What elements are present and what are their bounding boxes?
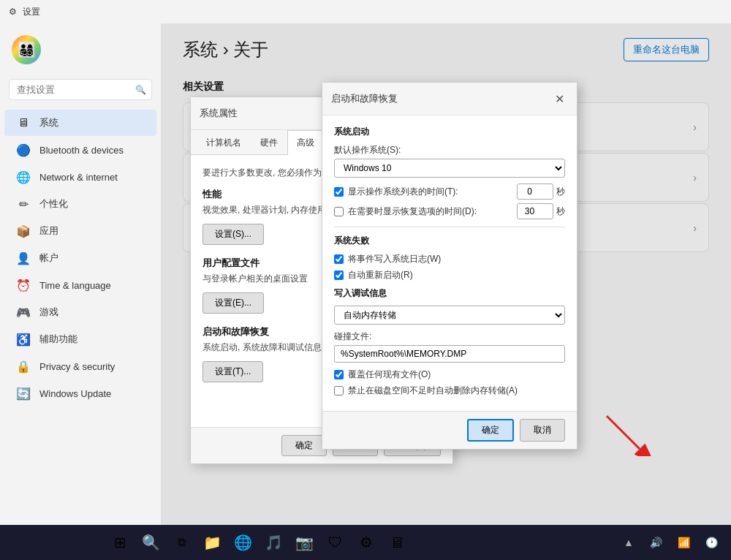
sysprop-tab-computer-name[interactable]: 计算机名 [197, 130, 251, 155]
sidebar-icon-bluetooth: 🔵 [16, 143, 31, 157]
startup-dialog-body: 系统启动 默认操作系统(S): Windows 10 显示操作系统列表的时间(T… [322, 116, 577, 411]
sidebar-icon-time: ⏰ [16, 278, 31, 292]
sidebar-item-system[interactable]: 🖥 系统 [4, 110, 156, 136]
dump-file-input[interactable] [334, 345, 565, 363]
startup-cancel-button[interactable]: 取消 [520, 419, 565, 442]
taskbar-settings-button[interactable]: ⚙ [353, 529, 379, 556]
sidebar-item-gaming[interactable]: 🎮 游戏 [4, 299, 156, 325]
taskbar-explorer-button[interactable]: 📁 [200, 529, 226, 556]
sysprop-dialog-title: 系统属性 [200, 107, 238, 120]
startup-ok-button[interactable]: 确定 [467, 419, 514, 442]
sidebar-item-privacy[interactable]: 🔒 Privacy & security [4, 353, 156, 379]
startup-dialog-title: 启动和故障恢复 [331, 92, 398, 105]
startup-recovery-settings-button[interactable]: 设置(T)... [202, 361, 263, 382]
taskbar-edge-button[interactable]: 🌐 [230, 529, 257, 556]
write-event-log-checkbox[interactable] [334, 254, 344, 264]
show-recovery-time-unit: 秒 [556, 205, 565, 218]
sidebar-icon-network: 🌐 [16, 170, 31, 184]
sidebar-label-system: 系统 [39, 116, 58, 129]
sidebar-item-accounts[interactable]: 👤 帐户 [4, 245, 156, 271]
default-os-select[interactable]: Windows 10 [334, 159, 565, 178]
sidebar-icon-windows_update: 🔄 [16, 386, 31, 401]
taskbar-monitor-button[interactable]: 🖥 [384, 529, 410, 556]
taskbar-center: ⊞ 🔍 ⧉ 📁 🌐 🎵 📷 🛡 ⚙ 🖥 [107, 529, 410, 556]
sidebar-item-time[interactable]: ⏰ Time & language [4, 272, 156, 298]
sidebar-item-personalization[interactable]: ✏ 个性化 [4, 191, 156, 217]
show-list-time-input[interactable] [517, 183, 553, 200]
dump-file-label: 碰撞文件: [334, 330, 565, 343]
default-os-group: 默认操作系统(S): Windows 10 [334, 144, 565, 178]
show-recovery-time-input[interactable] [517, 203, 553, 219]
system-failure-header: 系统失败 [334, 235, 565, 247]
system-startup-header: 系统启动 [334, 126, 565, 138]
avatar: 👨‍👩‍👧‍👦 [12, 35, 41, 64]
taskbar-security-button[interactable]: 🛡 [322, 529, 349, 556]
show-recovery-checkbox[interactable] [334, 207, 344, 216]
taskbar-task-view-button[interactable]: ⧉ [169, 529, 195, 556]
sidebar-label-accessibility: 辅助功能 [39, 333, 77, 346]
sidebar-item-bluetooth[interactable]: 🔵 Bluetooth & devices [4, 137, 156, 163]
sidebar-item-windows_update[interactable]: 🔄 Windows Update [4, 380, 156, 406]
taskbar-right-icons: ▲ 🔊 📶 🕐 [616, 529, 725, 556]
show-list-checkbox[interactable] [334, 187, 344, 197]
sidebar-label-privacy: Privacy & security [39, 361, 115, 372]
sysprop-ok-button[interactable]: 确定 [281, 435, 327, 456]
sidebar-item-apps[interactable]: 📦 应用 [4, 218, 156, 244]
sidebar-label-personalization: 个性化 [39, 197, 68, 211]
taskbar-system-tray[interactable]: ▲ [616, 529, 642, 556]
show-list-row: 显示操作系统列表的时间(T): 秒 [334, 183, 565, 200]
debug-info-header: 写入调试信息 [334, 287, 565, 300]
startup-dialog-titlebar: 启动和故障恢复 ✕ [322, 83, 577, 116]
sidebar-label-network: Network & internet [39, 172, 118, 183]
performance-settings-button[interactable]: 设置(S)... [202, 224, 264, 245]
sidebar-item-network[interactable]: 🌐 Network & internet [4, 164, 156, 190]
disable-low-space-checkbox[interactable] [334, 386, 344, 396]
sidebar-icon-privacy: 🔒 [16, 359, 31, 374]
disable-low-space-label: 禁止在磁盘空间不足时自动删除内存转储(A) [348, 385, 518, 397]
sidebar-label-windows_update: Windows Update [39, 388, 111, 399]
write-event-log-label: 将事件写入系统日志(W) [348, 253, 441, 265]
startup-dialog-footer: 确定 取消 [322, 411, 577, 449]
sidebar-icon-accessibility: ♿ [16, 332, 31, 347]
sidebar-icon-apps: 📦 [16, 224, 31, 238]
show-list-label: 显示操作系统列表的时间(T): [348, 186, 458, 198]
sysprop-tab-hardware[interactable]: 硬件 [251, 130, 287, 155]
show-recovery-label: 在需要时显示恢复选项的时间(D): [348, 205, 477, 218]
overwrite-row: 覆盖任何现有文件(O) [334, 368, 565, 381]
sysprop-tab-advanced[interactable]: 高级 [287, 130, 324, 155]
debug-info-select[interactable]: 自动内存转储 [334, 306, 565, 325]
sidebar-label-apps: 应用 [39, 224, 58, 238]
overwrite-label: 覆盖任何现有文件(O) [348, 368, 431, 381]
sidebar-label-accounts: 帐户 [39, 251, 58, 265]
taskbar-volume-icon[interactable]: 🔊 [643, 529, 670, 556]
app-title: 设置 [23, 6, 40, 18]
taskbar-windows-button[interactable]: ⊞ [107, 529, 134, 556]
taskbar-time-display[interactable]: 🕐 [699, 529, 725, 556]
show-list-time-unit: 秒 [556, 186, 565, 198]
search-container: 🔍 [9, 79, 152, 100]
overwrite-checkbox[interactable] [334, 370, 344, 379]
titlebar: ⚙ 设置 [0, 0, 731, 23]
content-area: 系统 › 关于 重命名这台电脑 相关设置 🔑 产品密钥和激活 更改产品密钥或升级… [161, 23, 731, 525]
sidebar-icon-personalization: ✏ [16, 197, 31, 211]
taskbar-search-button[interactable]: 🔍 [138, 529, 164, 556]
search-input[interactable] [9, 79, 152, 100]
taskbar-spotify-button[interactable]: 🎵 [261, 529, 287, 556]
sidebar-item-accessibility[interactable]: ♿ 辅助功能 [4, 326, 156, 352]
sidebar: 👨‍👩‍👧‍👦 🔍 🖥 系统 🔵 Bluetooth & devices 🌐 N… [0, 23, 161, 525]
user-avatar-area: 👨‍👩‍👧‍👦 [0, 29, 161, 76]
disable-low-space-row: 禁止在磁盘空间不足时自动删除内存转储(A) [334, 385, 565, 397]
taskbar-wifi-icon[interactable]: 📶 [671, 529, 697, 556]
section-divider-1 [334, 227, 565, 227]
taskbar-camera-button[interactable]: 📷 [292, 529, 318, 556]
sidebar-icon-system: 🖥 [16, 116, 31, 130]
dump-file-group: 碰撞文件: [334, 330, 565, 363]
search-icon: 🔍 [135, 85, 146, 95]
sidebar-label-gaming: 游戏 [39, 306, 58, 319]
sidebar-label-time: Time & language [39, 280, 111, 291]
auto-restart-checkbox[interactable] [334, 270, 344, 280]
user-profiles-settings-button[interactable]: 设置(E)... [202, 292, 264, 314]
auto-restart-label: 自动重新启动(R) [348, 269, 413, 281]
write-event-log-row: 将事件写入系统日志(W) [334, 253, 565, 265]
startup-dialog-close-button[interactable]: ✕ [550, 90, 568, 107]
